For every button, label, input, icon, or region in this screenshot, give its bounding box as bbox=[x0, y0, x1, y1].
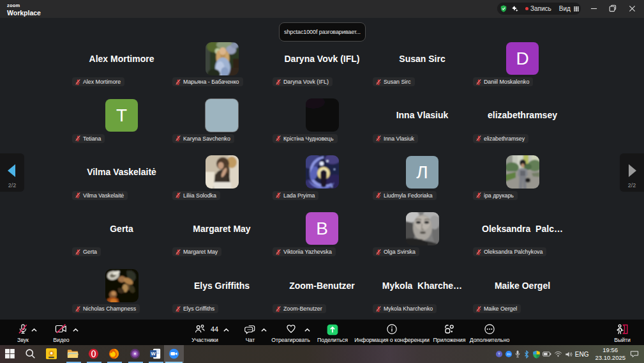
svg-text:zm: zm bbox=[507, 353, 511, 356]
svg-text:W: W bbox=[151, 351, 156, 357]
